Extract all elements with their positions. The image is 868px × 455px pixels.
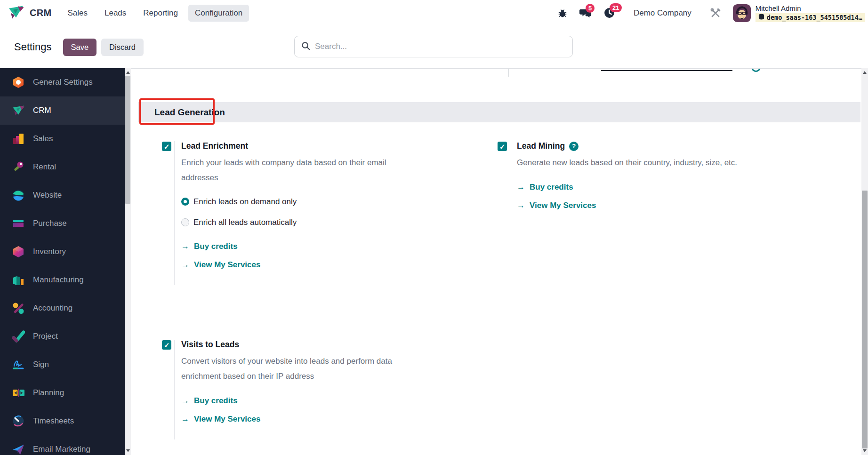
sidebar-item-label: General Settings [33, 78, 93, 87]
sidebar-item-label: Inventory [33, 247, 66, 256]
radio-label: Enrich leads on demand only [193, 195, 297, 209]
planning-icon [12, 386, 25, 399]
visits-to-leads-checkbox[interactable] [162, 340, 171, 350]
sidebar-item-label: Email Marketing [33, 445, 90, 454]
scroll-down-arrow[interactable] [861, 447, 868, 454]
main-menu: Sales Leads Reporting Configuration [61, 5, 249, 22]
link-label: View My Services [530, 201, 596, 210]
sidebar-item-crm[interactable]: CRM [0, 96, 125, 125]
menu-sales[interactable]: Sales [61, 5, 94, 22]
radio-enrich-all-leads[interactable]: Enrich all leads automatically [181, 216, 299, 230]
sidebar-scrollbar[interactable] [125, 68, 131, 455]
search-input[interactable] [315, 42, 566, 51]
app-brand[interactable]: CRM [8, 5, 51, 22]
link-label: View My Services [194, 260, 260, 270]
settings-search[interactable] [294, 36, 573, 57]
user-name: Mitchell Admin [755, 4, 865, 12]
general-settings-icon [12, 76, 25, 89]
sidebar-item-website[interactable]: Website [0, 181, 125, 209]
website-icon [12, 189, 25, 202]
link-label: Buy credits [530, 183, 573, 192]
sales-icon [12, 132, 25, 145]
arrow-right-icon: → [517, 201, 525, 210]
settings-control-panel: Settings Save Discard [0, 26, 868, 68]
debug-bug-icon[interactable] [557, 8, 568, 18]
sidebar-item-general-settings[interactable]: General Settings [0, 68, 125, 96]
setting-description: Convert visitors of your website into le… [181, 354, 427, 384]
sidebar-item-sales[interactable]: Sales [0, 125, 125, 153]
avatar [733, 4, 751, 22]
user-info: Mitchell Admin demo_saas-163_5451585d14… [755, 4, 865, 22]
messages-icon[interactable]: 5 [579, 8, 592, 19]
settings-app-sidebar: General Settings CRM Sales Rental [0, 68, 125, 455]
save-button[interactable]: Save [63, 39, 97, 56]
sidebar-item-rental[interactable]: Rental [0, 153, 125, 181]
view-my-services-link[interactable]: → View My Services [517, 201, 763, 210]
scroll-up-arrow[interactable] [861, 69, 868, 76]
activities-count-badge: 21 [610, 3, 622, 12]
sidebar-item-label: Sales [33, 134, 53, 144]
refresh-icon[interactable] [751, 69, 763, 73]
discard-button[interactable]: Discard [101, 39, 144, 56]
setting-title: Lead Mining [517, 141, 565, 151]
lead-enrichment-checkbox[interactable] [162, 142, 171, 151]
manufacturing-icon [12, 273, 25, 287]
previous-section-field-underline [601, 70, 732, 71]
crm-app-logo-icon [8, 5, 24, 22]
main-scrollbar[interactable] [861, 68, 868, 455]
sidebar-item-email-marketing[interactable]: Email Marketing [0, 435, 125, 455]
user-menu[interactable]: Mitchell Admin demo_saas-163_5451585d14… [733, 4, 865, 22]
sidebar-item-manufacturing[interactable]: Manufacturing [0, 266, 125, 294]
setting-description: Enrich your leads with company data base… [181, 155, 414, 185]
purchase-icon [12, 217, 25, 230]
sidebar-item-inventory[interactable]: Inventory [0, 238, 125, 266]
setting-lead-enrichment: Lead Enrichment Enrich your leads with c… [162, 141, 414, 285]
sidebar-item-planning[interactable]: Planning [0, 379, 125, 407]
messages-count-badge: 5 [586, 4, 595, 13]
arrow-right-icon: → [181, 260, 189, 270]
scroll-up-arrow[interactable] [125, 69, 131, 76]
link-label: View My Services [194, 415, 260, 424]
database-name: demo_saas-163_5451585d14… [767, 14, 862, 21]
navbar-systray: 5 21 Demo Company [557, 4, 865, 22]
sidebar-item-label: Planning [33, 388, 64, 398]
view-my-services-link[interactable]: → View My Services [181, 415, 427, 424]
setting-visits-to-leads: Visits to Leads Convert visitors of your… [162, 340, 427, 439]
buy-credits-link[interactable]: → Buy credits [181, 242, 414, 251]
database-icon [758, 14, 764, 22]
sidebar-item-label: Project [33, 332, 58, 341]
sidebar-item-label: Accounting [33, 303, 72, 313]
menu-configuration[interactable]: Configuration [188, 5, 249, 22]
scroll-down-arrow[interactable] [125, 447, 131, 454]
database-name-pill: demo_saas-163_5451585d14… [755, 13, 865, 22]
arrow-right-icon: → [181, 415, 189, 424]
rental-icon [12, 160, 25, 174]
menu-leads[interactable]: Leads [98, 5, 133, 22]
sidebar-item-label: CRM [33, 106, 51, 115]
setting-description: Generate new leads based on their countr… [517, 155, 763, 170]
sidebar-item-label: Website [33, 191, 62, 200]
help-icon[interactable]: ? [569, 142, 579, 151]
radio-enrich-on-demand[interactable]: Enrich leads on demand only [181, 195, 299, 209]
sidebar-item-accounting[interactable]: Accounting [0, 294, 125, 322]
company-switcher[interactable]: Demo Company [634, 8, 691, 18]
inventory-icon [12, 245, 25, 258]
buy-credits-link[interactable]: → Buy credits [181, 396, 427, 406]
sidebar-item-label: Timesheets [33, 416, 74, 426]
main-scrollbar-thumb[interactable] [862, 191, 868, 448]
lead-mining-checkbox[interactable] [498, 142, 507, 151]
link-label: Buy credits [194, 242, 238, 251]
sidebar-item-timesheets[interactable]: Timesheets [0, 407, 125, 435]
buy-credits-link[interactable]: → Buy credits [517, 183, 763, 192]
setting-lead-mining: Lead Mining ? Generate new leads based o… [498, 141, 763, 226]
sidebar-item-purchase[interactable]: Purchase [0, 209, 125, 238]
sidebar-item-project[interactable]: Project [0, 322, 125, 351]
tools-icon[interactable] [710, 8, 721, 19]
menu-reporting[interactable]: Reporting [137, 5, 185, 22]
arrow-right-icon: → [181, 242, 189, 251]
sidebar-item-sign[interactable]: Sign [0, 351, 125, 379]
activities-clock-icon[interactable]: 21 [603, 7, 615, 19]
view-my-services-link[interactable]: → View My Services [181, 260, 414, 270]
sidebar-item-label: Purchase [33, 219, 67, 228]
sidebar-scrollbar-thumb[interactable] [125, 76, 130, 204]
